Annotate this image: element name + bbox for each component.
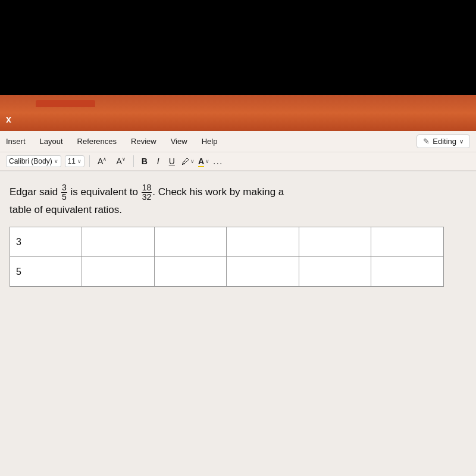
table-row: 3 — [10, 227, 444, 257]
font-color-chevron-icon: ∨ — [205, 158, 209, 164]
taskbar-area: x — [0, 95, 476, 131]
size-chevron-icon: ∨ — [77, 158, 82, 164]
toolbar-divider-1 — [89, 155, 90, 167]
top-black-area — [0, 0, 476, 95]
pencil-icon: ✎ — [423, 137, 430, 146]
problem-end-text: . Check his work by making a — [152, 186, 284, 198]
table-cell[interactable] — [227, 257, 299, 287]
shrink-font-button[interactable]: A∨ — [113, 155, 128, 167]
table-cell[interactable] — [154, 227, 226, 257]
fraction1-numerator: 3 — [61, 183, 67, 193]
font-chevron-icon: ∨ — [54, 158, 58, 164]
table-cell[interactable] — [371, 227, 443, 257]
table-cell[interactable] — [371, 257, 443, 287]
problem-line2-text: table of equivalent ratios. — [10, 204, 122, 215]
table-cell[interactable] — [299, 227, 371, 257]
editing-chevron-icon: ∨ — [459, 138, 464, 145]
fraction1-denominator: 5 — [61, 193, 67, 202]
menu-item-view[interactable]: View — [171, 136, 187, 147]
editing-button[interactable]: ✎ Editing ∨ — [416, 134, 470, 148]
highlight-pencil-icon: 🖊 — [181, 157, 189, 166]
menu-bar: Insert Layout References Review View Hel… — [0, 131, 476, 152]
font-family-select[interactable]: Calibri (Body) ∨ — [6, 155, 61, 167]
x-label: x — [6, 114, 11, 125]
table-cell[interactable] — [82, 227, 154, 257]
problem-text: Edgar said 3 5 is equivalent to 18 32 . … — [10, 183, 466, 217]
table-cell[interactable]: 5 — [10, 257, 82, 287]
editing-label: Editing — [433, 137, 456, 146]
font-size-label: 11 — [68, 157, 76, 165]
highlight-button[interactable]: 🖊 ∨ — [181, 157, 195, 166]
problem-line1-text: Edgar said — [10, 186, 61, 198]
grow-font-button[interactable]: A∧ — [95, 155, 109, 167]
italic-button[interactable]: I — [154, 155, 162, 167]
more-options-button[interactable]: ... — [213, 156, 223, 167]
table-row: 5 — [10, 257, 444, 287]
bold-button[interactable]: B — [139, 155, 151, 167]
fraction-18-32: 18 32 — [142, 183, 152, 202]
font-size-select[interactable]: 11 ∨ — [65, 155, 84, 167]
ratio-table: 35 — [10, 227, 444, 287]
doc-content: Edgar said 3 5 is equivalent to 18 32 . … — [0, 171, 476, 296]
highlight-chevron-icon: ∨ — [190, 158, 195, 164]
format-bar: Calibri (Body) ∨ 11 ∨ A∧ A∨ B I U 🖊 ∨ A … — [0, 152, 476, 171]
toolbar-divider-2 — [133, 155, 134, 167]
menu-item-insert[interactable]: Insert — [6, 136, 26, 147]
colored-tab — [36, 100, 95, 107]
doc-area: Insert Layout References Review View Hel… — [0, 131, 476, 476]
font-color-button[interactable]: A ∨ — [198, 156, 209, 166]
menu-item-help[interactable]: Help — [202, 136, 218, 147]
ribbon: Insert Layout References Review View Hel… — [0, 131, 476, 171]
menu-item-review[interactable]: Review — [131, 136, 156, 147]
table-cell[interactable] — [154, 257, 226, 287]
menu-item-layout[interactable]: Layout — [40, 136, 63, 147]
fraction2-denominator: 32 — [142, 193, 152, 202]
underline-button[interactable]: U — [166, 155, 178, 167]
font-color-a-icon: A — [198, 156, 204, 166]
fraction-3-5: 3 5 — [61, 183, 67, 202]
table-cell[interactable] — [227, 227, 299, 257]
problem-mid-text: is equivalent to — [68, 186, 141, 198]
table-cell[interactable] — [82, 257, 154, 287]
table-cell[interactable]: 3 — [10, 227, 82, 257]
font-name-label: Calibri (Body) — [9, 157, 52, 165]
fraction2-numerator: 18 — [142, 183, 152, 193]
table-cell[interactable] — [299, 257, 371, 287]
menu-item-references[interactable]: References — [77, 136, 117, 147]
